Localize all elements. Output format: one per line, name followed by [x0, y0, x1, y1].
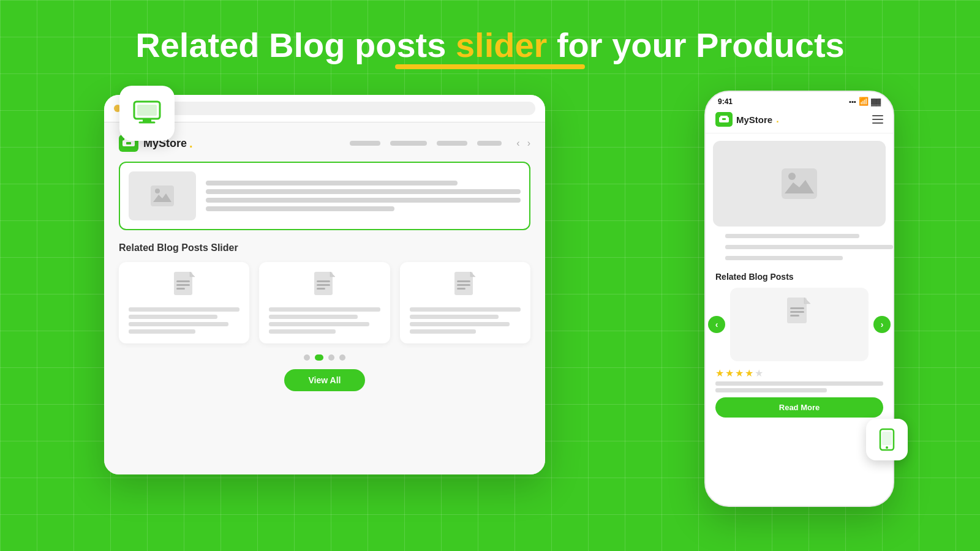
star-2: ★ — [725, 367, 734, 379]
svg-rect-17 — [454, 272, 473, 295]
slider-arrow-right[interactable]: › — [873, 316, 891, 333]
desktop-featured-product — [119, 162, 530, 230]
svg-rect-19 — [457, 284, 470, 286]
desktop-blog-card-2 — [259, 262, 390, 343]
slider-arrow-left[interactable]: ‹ — [708, 316, 725, 333]
star-3: ★ — [735, 367, 744, 379]
nav-line-3 — [437, 141, 467, 146]
dot-3 — [328, 354, 334, 361]
star-5-empty: ★ — [755, 367, 763, 379]
mobile-product-line-3 — [725, 256, 843, 260]
desktop-icon-badge — [119, 86, 175, 141]
status-icons: ▪▪▪ 📶 ▓▓ — [849, 97, 881, 106]
heading-part1: Related Blog posts — [135, 26, 456, 64]
mobile-stars-row: ★ ★ ★ ★ ★ — [706, 367, 893, 379]
product-line-1 — [206, 181, 458, 186]
mobile-store-logo — [715, 112, 733, 127]
mobile-store-dot: . — [776, 114, 778, 125]
battery-icon: ▓▓ — [871, 98, 881, 105]
svg-rect-15 — [317, 284, 330, 286]
svg-rect-20 — [457, 288, 466, 290]
svg-rect-18 — [457, 280, 470, 282]
mobile-store-brand: MyStore. — [715, 112, 779, 127]
product-line-4 — [206, 206, 394, 211]
blog-card-3-lines — [410, 307, 521, 334]
svg-point-25 — [788, 173, 796, 180]
dot-2-active — [315, 354, 323, 361]
desktop-blog-cards-row — [119, 262, 530, 343]
svg-point-32 — [886, 446, 888, 449]
blog-card-1-lines — [129, 307, 239, 334]
star-1: ★ — [715, 367, 724, 379]
mobile-slider-line-2 — [715, 388, 827, 392]
hamburger-menu[interactable] — [872, 115, 883, 124]
svg-rect-31 — [882, 432, 892, 445]
phone-icon — [875, 428, 899, 451]
mobile-icon-badge — [866, 419, 908, 460]
star-4: ★ — [745, 367, 753, 379]
dot-1 — [304, 354, 310, 361]
hamburger-line-1 — [872, 115, 883, 116]
svg-rect-26 — [787, 298, 807, 323]
desktop-product-image — [129, 171, 196, 220]
desktop-store-header: MyStore. ‹ › — [119, 135, 530, 152]
desktop-mockup: MyStore. ‹ › — [104, 95, 545, 474]
svg-rect-9 — [174, 272, 192, 295]
heading-highlight: slider — [456, 26, 547, 64]
browser-address-bar — [143, 102, 535, 115]
nav-line-1 — [350, 141, 380, 146]
nav-line-4 — [477, 141, 502, 146]
hamburger-line-3 — [872, 122, 883, 124]
mobile-product-image — [713, 141, 886, 227]
desktop-product-lines — [206, 171, 521, 220]
mobile-blog-card — [730, 288, 869, 361]
svg-rect-16 — [317, 288, 325, 290]
svg-rect-29 — [790, 315, 799, 317]
monitor-icon — [132, 98, 162, 129]
svg-rect-22 — [720, 116, 728, 118]
view-all-button[interactable]: View All — [284, 369, 366, 391]
heading-part3: for your Products — [547, 26, 844, 64]
svg-point-8 — [155, 189, 160, 193]
nav-line-2 — [390, 141, 427, 146]
main-heading: Related Blog posts slider for your Produ… — [0, 24, 980, 66]
svg-rect-10 — [176, 280, 190, 282]
desktop-nav-lines — [350, 141, 502, 146]
dot-4 — [339, 354, 345, 361]
svg-rect-27 — [790, 307, 804, 309]
svg-rect-11 — [176, 284, 190, 286]
mobile-product-line-1 — [725, 234, 859, 238]
blog-card-2-lines — [269, 307, 380, 334]
product-line-3 — [206, 198, 521, 203]
heading-underline — [395, 64, 585, 69]
desktop-content: MyStore. ‹ › — [104, 122, 545, 474]
desktop-store-dot: . — [189, 137, 193, 151]
mobile-product-line-2 — [725, 245, 893, 249]
mobile-store-name: MyStore — [736, 114, 772, 125]
mobile-time: 9:41 — [718, 97, 733, 106]
desktop-section-title: Related Blog Posts Slider — [119, 242, 530, 253]
mobile-product-lines — [706, 234, 893, 263]
svg-rect-13 — [314, 272, 333, 295]
svg-rect-24 — [782, 168, 817, 199]
signal-icon: ▪▪▪ — [849, 98, 856, 105]
svg-rect-14 — [317, 280, 330, 282]
desktop-dots-row — [119, 354, 530, 361]
mobile-slider-line-1 — [715, 381, 883, 386]
mobile-section-title: Related Blog Posts — [706, 272, 893, 282]
desktop-blog-card-3 — [400, 262, 530, 343]
mobile-header: MyStore. — [706, 108, 893, 133]
mobile-slider-area: ‹ › — [706, 288, 893, 361]
svg-rect-23 — [722, 118, 726, 120]
svg-rect-3 — [137, 105, 157, 116]
svg-rect-7 — [151, 186, 174, 206]
wifi-icon: 📶 — [859, 97, 869, 106]
read-more-button[interactable]: Read More — [715, 397, 883, 418]
svg-rect-28 — [790, 311, 804, 313]
svg-rect-6 — [126, 142, 131, 144]
product-line-2 — [206, 189, 521, 194]
hamburger-line-2 — [872, 119, 883, 120]
svg-rect-12 — [176, 288, 185, 290]
browser-nav-arrows: ‹ › — [516, 138, 530, 149]
desktop-blog-card-1 — [119, 262, 249, 343]
